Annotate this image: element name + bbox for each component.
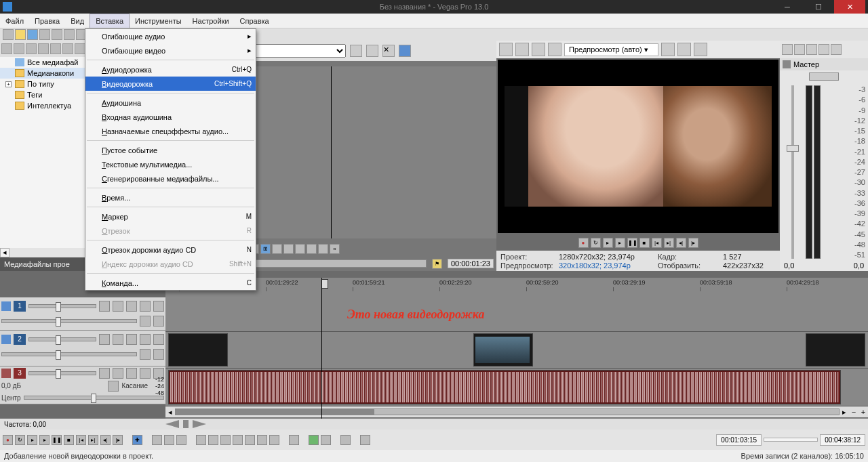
tl-next-frame-icon[interactable]: |▸ <box>113 435 123 445</box>
menu-item[interactable]: Аудиошина <box>85 96 256 110</box>
pv-quality-icon[interactable] <box>548 43 561 56</box>
zoom-tool-icon[interactable] <box>176 435 186 445</box>
pv-save-icon[interactable] <box>694 43 707 56</box>
media-remove-icon[interactable] <box>38 43 49 54</box>
mixer-bus-icon[interactable] <box>806 44 817 55</box>
trimmer-out-timecode[interactable]: 00:00:01:23 <box>448 259 494 268</box>
menu-item[interactable]: Текстовые мультимедиа... <box>85 157 256 171</box>
tl-misc-icon[interactable] <box>360 435 370 445</box>
pv-next-icon[interactable]: |▸ <box>688 238 698 248</box>
menu-item[interactable]: Время... <box>85 190 256 205</box>
more-5-icon[interactable] <box>318 244 328 254</box>
duration-timecode[interactable]: 00:04:38:12 <box>820 434 865 446</box>
track-more-icon[interactable] <box>153 316 164 327</box>
pv-pause-icon[interactable]: ❚❚ <box>627 238 637 248</box>
mixer-insert-icon[interactable] <box>794 44 805 55</box>
menu-item[interactable]: Огибающие видео▸ <box>85 43 256 58</box>
media-views-icon[interactable] <box>75 43 85 54</box>
loop-icon[interactable]: ↻ <box>591 238 601 248</box>
track-arm-icon[interactable] <box>99 368 110 379</box>
menu-инструменты[interactable]: Инструменты <box>130 14 187 28</box>
menu-правка[interactable]: Правка <box>29 14 65 28</box>
mixer-icon[interactable] <box>782 44 793 55</box>
master-fader[interactable] <box>783 85 803 259</box>
audio-clip[interactable] <box>168 370 841 404</box>
pv-ext-monitor-icon[interactable] <box>499 43 513 56</box>
track-comp-slider[interactable] <box>1 319 137 323</box>
tl-tool-g-icon[interactable] <box>269 435 279 445</box>
track-mute-icon[interactable] <box>140 334 151 345</box>
media-props-icon[interactable] <box>50 43 61 54</box>
normal-edit-tool-icon[interactable]: ✚ <box>132 435 142 445</box>
tl-snap-icon[interactable] <box>289 435 299 445</box>
track-fx-icon[interactable] <box>126 334 137 345</box>
track-automation-icon[interactable] <box>113 334 123 345</box>
new-icon[interactable] <box>3 29 14 40</box>
selection-timecode[interactable] <box>764 438 818 442</box>
media-get-icon[interactable] <box>26 43 37 54</box>
marker-flag2-icon[interactable]: ⚑ <box>432 259 442 269</box>
track-header-audio-3[interactable]: 3 0,0 дБ Касание -12-24-48 Центр <box>0 366 165 404</box>
more-1-icon[interactable] <box>272 244 282 254</box>
tl-prev-frame-icon[interactable]: ◂| <box>100 435 111 445</box>
save-icon[interactable] <box>27 29 38 40</box>
media-capture-icon[interactable] <box>14 43 24 54</box>
menu-вставка[interactable]: Вставка <box>90 14 130 28</box>
mixer-down-icon[interactable] <box>831 44 842 55</box>
tl-go-end-icon[interactable]: ▸| <box>88 435 98 445</box>
pv-split-icon[interactable] <box>532 43 545 56</box>
menu-item[interactable]: АудиодорожкаCtrl+Q <box>85 62 256 77</box>
track-header-video-1[interactable]: 1 <box>0 297 165 331</box>
scrub-control[interactable] <box>165 420 206 428</box>
track-fx-icon[interactable] <box>126 368 137 379</box>
video-clip[interactable] <box>473 333 533 366</box>
mixer-dim-icon[interactable] <box>818 44 829 55</box>
timeline-track-3[interactable] <box>165 369 868 406</box>
more-4-icon[interactable] <box>307 244 317 254</box>
track-level-slider[interactable] <box>28 304 96 308</box>
timeline-scroll[interactable]: ◂ ▸ − + <box>165 406 868 417</box>
trimmer-scrub[interactable] <box>235 259 427 268</box>
envelope-tool-icon[interactable] <box>152 435 162 445</box>
minimize-button[interactable]: ─ <box>772 0 803 14</box>
open-icon[interactable] <box>15 29 26 40</box>
playhead[interactable] <box>321 278 322 419</box>
tl-tool-a-icon[interactable] <box>196 435 206 445</box>
trimmer-cursor[interactable] <box>331 66 332 238</box>
pv-play-icon[interactable]: ▸ <box>615 238 625 248</box>
selection-tool-icon[interactable] <box>164 435 174 445</box>
track-solo-icon[interactable] <box>153 334 164 345</box>
tl-stop-icon[interactable]: ■ <box>64 435 74 445</box>
menu-файл[interactable]: Файл <box>0 14 29 28</box>
scroll-left-icon[interactable]: ◂ <box>0 248 9 257</box>
master-pan[interactable] <box>809 72 839 81</box>
track-level-slider[interactable] <box>28 337 96 341</box>
menu-item[interactable]: ВидеодорожкаCtrl+Shift+Q <box>85 77 256 91</box>
pv-copy-icon[interactable] <box>677 43 691 56</box>
cursor-timecode[interactable]: 00:01:03:15 <box>716 434 762 446</box>
tl-tool-f-icon[interactable] <box>257 435 267 445</box>
track-motion-icon[interactable] <box>140 349 151 360</box>
more-3-icon[interactable] <box>295 244 305 254</box>
tl-loop-icon[interactable]: ↻ <box>15 435 25 445</box>
pv-prev-icon[interactable]: ◂| <box>676 238 686 248</box>
menu-вид[interactable]: Вид <box>65 14 90 28</box>
playhead-handle[interactable] <box>321 279 328 289</box>
tl-go-start-icon[interactable]: |◂ <box>76 435 86 445</box>
track-pan-slider[interactable] <box>24 396 164 400</box>
menu-справка[interactable]: Справка <box>235 14 275 28</box>
timeline-track-2[interactable] <box>165 332 868 369</box>
add-to-tl-icon[interactable]: ⊞ <box>260 244 271 254</box>
trimmer-stream-icon[interactable] <box>366 45 378 57</box>
track-motion-icon[interactable] <box>140 316 151 327</box>
pv-stop-icon[interactable]: ■ <box>639 238 650 248</box>
tl-tool-b-icon[interactable] <box>208 435 218 445</box>
media-import-icon[interactable] <box>1 43 12 54</box>
trimmer-delete-icon[interactable]: ✕ <box>382 45 395 57</box>
menu-item[interactable]: Команда...C <box>85 276 256 290</box>
pv-overlay-icon[interactable] <box>661 43 675 56</box>
pv-output-fx-icon[interactable] <box>515 43 529 56</box>
trimmer-fx-icon[interactable] <box>350 45 362 57</box>
track-solo-icon[interactable] <box>153 301 164 312</box>
maximize-button[interactable]: ☐ <box>803 0 834 14</box>
